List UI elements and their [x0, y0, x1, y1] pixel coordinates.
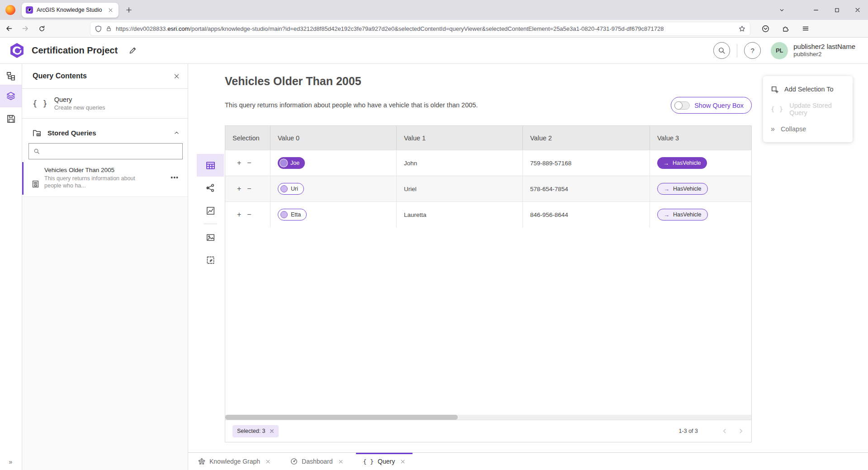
link-chart-icon[interactable]: [197, 177, 224, 199]
panel-title: Query Contents: [33, 72, 174, 80]
selected-chip[interactable]: Selected: 3: [232, 425, 279, 437]
horizontal-scrollbar[interactable]: [225, 415, 751, 420]
browser-menu-icon[interactable]: [802, 25, 809, 32]
maximize-button[interactable]: [826, 0, 847, 20]
select-icon[interactable]: [197, 249, 224, 271]
help-button[interactable]: ?: [744, 42, 761, 59]
tab-title: ArcGIS Knowledge Studio: [37, 7, 107, 13]
lock-icon[interactable]: [106, 26, 112, 32]
query-item[interactable]: { } Query Create new queries: [22, 89, 188, 119]
browser-tab[interactable]: ArcGIS Knowledge Studio: [22, 3, 119, 18]
plus-icon[interactable]: +: [237, 159, 241, 167]
tab-close-icon[interactable]: [338, 459, 343, 464]
page-title: Vehicles Older Than 2005: [225, 75, 361, 88]
extensions-icon[interactable]: [782, 25, 789, 32]
tab-list-chevron-icon[interactable]: [779, 7, 785, 13]
app-logo: [9, 42, 25, 59]
panel-close-icon[interactable]: [174, 73, 180, 79]
table-row[interactable]: + − Joe John 759-889-57168 →HasVehicle: [225, 150, 751, 176]
layers-icon[interactable]: [0, 85, 22, 107]
relationship-pill[interactable]: →HasVehicle: [657, 183, 708, 195]
left-rail: »: [0, 64, 22, 470]
reload-icon[interactable]: [34, 22, 49, 35]
minus-icon[interactable]: −: [247, 185, 251, 192]
firefox-logo[interactable]: [5, 5, 15, 15]
table-view-icon[interactable]: [197, 154, 224, 177]
save-icon[interactable]: [0, 109, 22, 128]
page-description: This query returns information about peo…: [225, 101, 478, 109]
relationship-pill[interactable]: →HasVehicle: [657, 209, 708, 221]
column-header[interactable]: Value 2: [523, 126, 650, 150]
stored-query-item[interactable]: Vehicles Older Than 2005 This query retu…: [22, 162, 188, 195]
bookmark-star-icon[interactable]: [739, 25, 745, 32]
minus-icon[interactable]: −: [247, 159, 251, 167]
panel-empty-area: [22, 197, 188, 470]
show-query-box-label: Show Query Box: [694, 102, 744, 109]
table-row[interactable]: + − Etta Lauretta 846-956-8644 →HasVehic…: [225, 201, 751, 227]
query-item-subtitle: Create new queries: [54, 104, 105, 111]
tab-label: Query: [378, 458, 395, 465]
forward-icon[interactable]: [18, 22, 33, 35]
braces-icon: { }: [363, 458, 374, 465]
collapse-section-icon[interactable]: [174, 130, 180, 136]
menu-item-collapse[interactable]: » Collapse: [763, 119, 853, 139]
column-header[interactable]: Value 3: [650, 126, 751, 150]
stored-queries-search[interactable]: [28, 143, 183, 159]
back-icon[interactable]: [2, 22, 16, 35]
column-header[interactable]: Value 0: [270, 126, 397, 150]
query-item-title: Query: [54, 96, 105, 103]
entity-pill[interactable]: Joe: [278, 157, 305, 169]
expand-rail-button[interactable]: »: [0, 458, 22, 465]
clear-selection-icon[interactable]: [270, 429, 274, 433]
toggle-switch[interactable]: [674, 101, 690, 110]
menu-item-add-selection-to[interactable]: Add Selection To: [763, 79, 853, 99]
add-selection-icon: [771, 86, 778, 93]
minimize-button[interactable]: [806, 0, 826, 20]
chevron-right-icon[interactable]: [738, 428, 744, 434]
user-login: publisher2: [793, 51, 855, 58]
scrollbar-thumb[interactable]: [225, 415, 458, 420]
screen: ArcGIS Knowledge Studio: [0, 0, 868, 470]
collapse-menu-icon: »: [771, 125, 775, 133]
tab-close-icon[interactable]: [266, 459, 270, 464]
panel-header: Query Contents: [22, 64, 188, 89]
user-info[interactable]: publisher2 lastName publisher2: [793, 43, 855, 59]
edit-icon[interactable]: [128, 47, 137, 55]
avatar[interactable]: PL: [771, 42, 788, 59]
entity-pill[interactable]: Uri: [278, 183, 304, 195]
view-toolbar: [197, 154, 224, 271]
image-icon[interactable]: [197, 226, 224, 249]
pocket-icon[interactable]: [762, 25, 769, 33]
tab-query[interactable]: { } Query: [356, 453, 413, 470]
stored-query-desc: This query returns information about peo…: [44, 175, 138, 189]
tab-knowledge-graph[interactable]: Knowledge Graph: [191, 453, 278, 470]
tab-close-icon[interactable]: [400, 459, 405, 464]
menu-item-update-stored-query[interactable]: { } Update Stored Query: [763, 99, 853, 119]
minus-icon[interactable]: −: [247, 211, 251, 218]
stored-queries-icon: [33, 129, 41, 137]
table-row[interactable]: + − Uri Uriel 578-654-7854 →HasVehicle: [225, 176, 751, 201]
plus-icon[interactable]: +: [237, 211, 241, 218]
tab-label: Knowledge Graph: [209, 458, 260, 465]
window-close-button[interactable]: [847, 0, 868, 20]
search-button[interactable]: [713, 42, 730, 59]
show-query-box-toggle[interactable]: Show Query Box: [671, 97, 752, 114]
relationship-pill[interactable]: →HasVehicle: [657, 157, 707, 169]
column-header[interactable]: Selection: [225, 126, 270, 150]
tab-close-icon[interactable]: [107, 8, 114, 13]
relationship-arrow-icon: →: [664, 211, 669, 218]
stored-queries-header[interactable]: Stored Queries: [22, 124, 188, 141]
url-bar[interactable]: https://dev0028833.esri.com/portal/apps/…: [90, 22, 750, 35]
chevron-left-icon[interactable]: [721, 428, 728, 434]
more-options-icon[interactable]: •••: [171, 174, 179, 181]
plus-icon[interactable]: +: [237, 185, 241, 192]
stored-queries-search-input[interactable]: [43, 148, 178, 155]
column-header[interactable]: Value 1: [397, 126, 523, 150]
new-tab-button[interactable]: [126, 7, 132, 13]
tab-dashboard[interactable]: Dashboard: [283, 453, 351, 470]
entity-pill[interactable]: Etta: [278, 209, 307, 221]
data-model-icon[interactable]: [0, 67, 22, 86]
cell-value: John: [404, 160, 417, 167]
tracking-shield-icon[interactable]: [95, 25, 102, 32]
chart-icon[interactable]: [197, 199, 224, 222]
